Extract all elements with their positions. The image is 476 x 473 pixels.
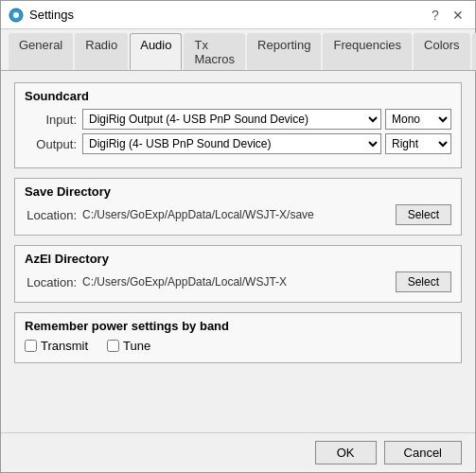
save-directory-section: Save Directory Location: C:/Users/GoExp/… xyxy=(14,178,462,236)
help-button[interactable]: ? xyxy=(426,6,445,25)
save-location-label: Location: xyxy=(25,208,77,222)
tab-general[interactable]: General xyxy=(9,33,73,70)
cancel-button[interactable]: Cancel xyxy=(384,441,462,464)
tab-radio[interactable]: Radio xyxy=(75,33,128,70)
settings-window: Settings ? ✕ General Radio Audio Tx Macr… xyxy=(0,0,476,473)
output-combo-wrapper: DigiRig (4- USB PnP Sound Device) Left R… xyxy=(82,133,451,154)
save-location-path: C:/Users/GoExp/AppData/Local/WSJT-X/save xyxy=(82,208,390,221)
output-device-select[interactable]: DigiRig (4- USB PnP Sound Device) xyxy=(82,133,381,154)
input-channel-select[interactable]: Mono Left Right xyxy=(385,109,451,130)
svg-point-1 xyxy=(13,12,19,18)
save-location-row: Location: C:/Users/GoExp/AppData/Local/W… xyxy=(25,204,451,225)
tab-bar: General Radio Audio Tx Macros Reporting … xyxy=(1,29,475,71)
ok-button[interactable]: OK xyxy=(315,441,377,464)
app-icon xyxy=(9,8,24,23)
tab-colors[interactable]: Colors xyxy=(414,33,470,70)
output-label: Output: xyxy=(25,137,77,151)
title-bar: Settings ? ✕ xyxy=(1,1,475,29)
footer: OK Cancel xyxy=(1,432,475,472)
content-area: Soundcard Input: DigiRig Output (4- USB … xyxy=(1,71,475,432)
close-button[interactable]: ✕ xyxy=(449,6,467,25)
input-device-select[interactable]: DigiRig Output (4- USB PnP Sound Device) xyxy=(82,109,381,130)
title-bar-right: ? ✕ xyxy=(426,6,467,25)
soundcard-title: Soundcard xyxy=(25,89,451,103)
azel-select-button[interactable]: Select xyxy=(396,272,451,292)
azel-directory-section: AzEl Directory Location: C:/Users/GoExp/… xyxy=(14,245,462,303)
input-combo-wrapper: DigiRig Output (4- USB PnP Sound Device)… xyxy=(82,109,451,130)
soundcard-section: Soundcard Input: DigiRig Output (4- USB … xyxy=(14,82,462,168)
tab-audio[interactable]: Audio xyxy=(130,33,182,70)
tab-advanced[interactable]: Advanced xyxy=(472,33,476,70)
power-settings-section: Remember power settings by band Transmit… xyxy=(14,312,462,363)
title-bar-left: Settings xyxy=(9,8,74,23)
tune-label: Tune xyxy=(123,339,150,353)
tab-frequencies[interactable]: Frequencies xyxy=(323,33,412,70)
input-row: Input: DigiRig Output (4- USB PnP Sound … xyxy=(25,109,451,130)
output-channel-select[interactable]: Left Right Both xyxy=(385,133,451,154)
transmit-checkbox-item[interactable]: Transmit xyxy=(25,339,88,353)
azel-location-path: C:/Users/GoExp/AppData/Local/WSJT-X xyxy=(82,275,390,289)
tune-checkbox-item[interactable]: Tune xyxy=(107,339,150,353)
azel-directory-title: AzEl Directory xyxy=(25,252,451,266)
tab-reporting[interactable]: Reporting xyxy=(247,33,321,70)
power-checkbox-row: Transmit Tune xyxy=(25,339,451,353)
power-settings-title: Remember power settings by band xyxy=(25,319,451,333)
tab-tx-macros[interactable]: Tx Macros xyxy=(184,33,245,70)
transmit-label: Transmit xyxy=(41,339,88,353)
output-row: Output: DigiRig (4- USB PnP Sound Device… xyxy=(25,133,451,154)
save-directory-title: Save Directory xyxy=(25,184,451,199)
azel-location-row: Location: C:/Users/GoExp/AppData/Local/W… xyxy=(25,272,451,292)
azel-location-label: Location: xyxy=(25,275,77,289)
tune-checkbox[interactable] xyxy=(107,340,119,352)
transmit-checkbox[interactable] xyxy=(25,340,37,352)
input-label: Input: xyxy=(25,113,77,127)
window-title: Settings xyxy=(29,8,74,22)
save-select-button[interactable]: Select xyxy=(396,204,451,225)
